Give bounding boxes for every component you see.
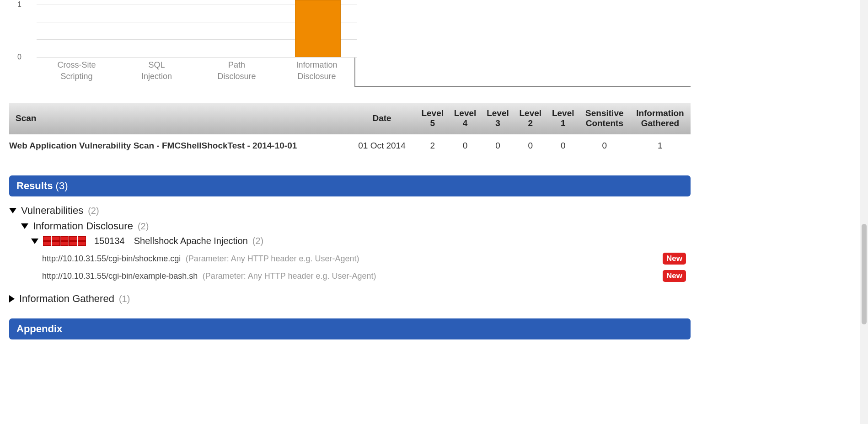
cell-level2: 0	[514, 134, 547, 158]
results-title: Results	[16, 180, 53, 191]
appendix-section-header[interactable]: Appendix	[9, 318, 691, 339]
appendix-title: Appendix	[16, 323, 62, 334]
xcat-sql-injection: SQLInjection	[117, 59, 197, 82]
th-level3: Level3	[482, 103, 514, 134]
th-level1: Level1	[547, 103, 579, 134]
vulnerabilities-group[interactable]: Vulnerabilities (2)	[9, 205, 691, 217]
xcat-information-disclosure: InformationDisclosure	[277, 59, 357, 82]
ytick-1: 1	[3, 0, 21, 9]
th-scan: Scan	[9, 103, 348, 134]
cell-scan-name: Web Application Vulnerability Scan - FMC…	[9, 134, 348, 158]
info-disclosure-group[interactable]: Information Disclosure (2)	[9, 220, 691, 232]
vulnerabilities-count: (2)	[88, 206, 99, 216]
th-level4: Level4	[449, 103, 481, 134]
info-disclosure-count: (2)	[138, 221, 149, 232]
side-panel	[354, 0, 691, 87]
finding-row[interactable]: http://10.10.31.55/cgi-bin/shockme.cgi (…	[42, 250, 691, 267]
vulnerabilities-title: Vulnerabilities	[21, 205, 83, 217]
scan-summary-table: Scan Date Level5 Level4 Level3 Level2 Le…	[9, 103, 691, 157]
xcat-cross-site-scripting: Cross-SiteScripting	[37, 59, 117, 82]
vuln-title: Shellshock Apache Injection	[134, 236, 248, 246]
info-gathered-group[interactable]: Information Gathered (1)	[9, 293, 691, 305]
th-level5: Level5	[416, 103, 449, 134]
xcat-path-disclosure: PathDisclosure	[197, 59, 277, 82]
finding-param: (Parameter: Any HTTP header e.g. User-Ag…	[203, 271, 376, 281]
finding-url: http://10.10.31.55/cgi-bin/shockme.cgi	[42, 254, 181, 263]
cell-info: 1	[630, 134, 691, 158]
th-info-gathered: InformationGathered	[630, 103, 691, 134]
th-sensitive: SensitiveContents	[579, 103, 630, 134]
vulnerability-item[interactable]: 150134 Shellshock Apache Injection (2)	[9, 236, 691, 246]
cell-level1: 0	[547, 134, 579, 158]
chart-x-labels: Cross-SiteScripting SQLInjection PathDis…	[37, 59, 357, 82]
results-count: (3)	[56, 180, 68, 191]
finding-row[interactable]: http://10.10.31.55/cgi-bin/example-bash.…	[42, 267, 691, 285]
vuln-count: (2)	[252, 236, 263, 246]
th-level2: Level2	[514, 103, 547, 134]
th-date: Date	[348, 103, 416, 134]
vertical-scrollbar[interactable]	[860, 0, 868, 357]
bar-information-disclosure	[295, 0, 341, 57]
severity-level5-icon	[43, 236, 86, 246]
ytick-0: 0	[3, 53, 21, 61]
info-disclosure-title: Information Disclosure	[33, 220, 133, 232]
new-badge: New	[663, 270, 686, 282]
cell-level3: 0	[482, 134, 514, 158]
finding-param: (Parameter: Any HTTP header e.g. User-Ag…	[186, 254, 359, 263]
cell-level5: 2	[416, 134, 449, 158]
info-gathered-title: Information Gathered	[19, 293, 114, 305]
vuln-id: 150134	[94, 236, 125, 246]
vuln-category-chart: 0 1 Cross-SiteScripting SQLInjection Pat…	[9, 0, 345, 82]
cell-scan-date: 01 Oct 2014	[348, 134, 416, 158]
finding-url: http://10.10.31.55/cgi-bin/example-bash.…	[42, 271, 198, 281]
table-header-row: Scan Date Level5 Level4 Level3 Level2 Le…	[9, 103, 691, 134]
chevron-down-icon	[31, 238, 38, 244]
new-badge: New	[663, 253, 686, 265]
chevron-down-icon	[21, 223, 28, 229]
cell-sensitive: 0	[579, 134, 630, 158]
chevron-right-icon	[9, 295, 15, 302]
scroll-thumb[interactable]	[862, 224, 867, 324]
chevron-down-icon	[9, 208, 16, 213]
cell-level4: 0	[449, 134, 481, 158]
table-row: Web Application Vulnerability Scan - FMC…	[9, 134, 691, 158]
info-gathered-count: (1)	[119, 294, 130, 304]
chart-plot-area	[37, 0, 357, 57]
results-section-header[interactable]: Results (3)	[9, 175, 691, 196]
